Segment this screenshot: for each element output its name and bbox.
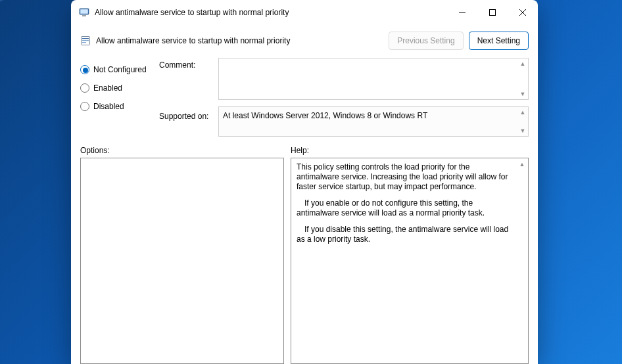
svg-rect-5 [82,38,89,39]
help-paragraph: If you enable or do not configure this s… [297,198,514,218]
options-label: Options: [80,146,291,155]
state-radio-group: Not Configured Enabled Disabled [80,58,159,137]
options-panel[interactable] [80,158,284,364]
minimize-icon [459,9,466,16]
field-values-column: ▲ ▼ At least Windows Server 2012, Window… [218,58,529,137]
help-text: This policy setting controls the load pr… [291,158,528,255]
scroll-up-icon[interactable]: ▲ [518,108,527,117]
minimize-button[interactable] [447,2,477,23]
state-radio-not-configured[interactable]: Not Configured [80,60,159,79]
window-title: Allow antimalware service to startup wit… [95,8,447,17]
titlebar: Allow antimalware service to startup wit… [71,0,538,25]
help-paragraph: This policy setting controls the load pr… [297,162,514,192]
policy-title: Allow antimalware service to startup wit… [96,36,383,45]
comment-textbox[interactable]: ▲ ▼ [218,58,529,100]
policy-editor-window: Allow antimalware service to startup wit… [71,0,538,364]
svg-rect-7 [82,42,86,43]
config-area: Not Configured Enabled Disabled Comment:… [71,54,538,137]
help-paragraph: If you disable this setting, the antimal… [297,225,514,244]
svg-rect-1 [80,9,88,14]
supported-on-textbox: At least Windows Server 2012, Windows 8 … [218,106,529,137]
radio-label: Enabled [93,83,122,93]
next-setting-button[interactable]: Next Setting [469,32,529,50]
help-label: Help: [291,146,309,155]
close-icon [519,9,526,16]
comment-label: Comment: [159,60,218,112]
maximize-button[interactable] [477,2,508,23]
svg-rect-2 [82,15,86,16]
radio-dot-icon [80,65,89,74]
maximize-icon [489,9,496,16]
radio-dot-icon [80,102,89,111]
policy-item-icon [80,35,91,46]
supported-on-value: At least Windows Server 2012, Windows 8 … [223,111,427,120]
state-radio-disabled[interactable]: Disabled [80,97,159,116]
radio-dot-icon [80,83,89,93]
scroll-up-icon[interactable]: ▲ [518,59,527,68]
lower-section-labels: Options: Help: [71,137,538,158]
policy-sheet-icon [80,35,91,46]
field-labels-column: Comment: Supported on: [159,58,218,137]
close-button[interactable] [508,2,538,23]
svg-rect-6 [82,40,89,41]
policy-setting-app-icon [79,7,89,18]
supported-on-label: Supported on: [159,112,218,121]
lower-panels: This policy setting controls the load pr… [71,158,538,364]
svg-rect-3 [490,10,496,16]
radio-label: Disabled [93,102,124,111]
state-radio-enabled[interactable]: Enabled [80,79,159,97]
previous-setting-button[interactable]: Previous Setting [389,32,463,50]
radio-label: Not Configured [93,65,147,74]
monitor-icon [79,7,89,18]
scroll-down-icon[interactable]: ▼ [518,89,527,99]
help-panel[interactable]: This policy setting controls the load pr… [291,158,529,364]
scroll-down-icon[interactable]: ▼ [518,126,527,135]
comment-value [219,58,528,64]
scroll-up-icon[interactable]: ▲ [517,160,527,169]
policy-header-row: Allow antimalware service to startup wit… [71,25,538,54]
